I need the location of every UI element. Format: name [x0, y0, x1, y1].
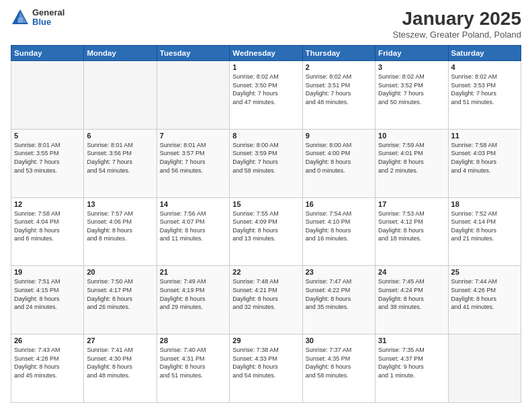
header-thursday: Thursday	[302, 46, 375, 61]
calendar-cell: 12Sunrise: 7:58 AM Sunset: 4:04 PM Dayli…	[11, 197, 84, 266]
calendar-cell: 16Sunrise: 7:54 AM Sunset: 4:10 PM Dayli…	[302, 197, 375, 266]
day-number: 20	[87, 268, 153, 276]
calendar-cell: 8Sunrise: 8:00 AM Sunset: 3:59 PM Daylig…	[230, 129, 302, 197]
day-info: Sunrise: 7:45 AM Sunset: 4:24 PM Dayligh…	[378, 277, 445, 311]
calendar-cell: 13Sunrise: 7:57 AM Sunset: 4:06 PM Dayli…	[84, 197, 157, 266]
header-wednesday: Wednesday	[230, 46, 302, 61]
calendar-cell: 27Sunrise: 7:41 AM Sunset: 4:30 PM Dayli…	[84, 334, 157, 403]
logo-text: General Blue	[32, 8, 64, 28]
day-number: 17	[378, 200, 445, 208]
day-info: Sunrise: 8:01 AM Sunset: 3:57 PM Dayligh…	[160, 141, 226, 175]
day-info: Sunrise: 7:56 AM Sunset: 4:07 PM Dayligh…	[160, 210, 226, 243]
day-number: 28	[160, 336, 226, 345]
calendar-subtitle: Steszew, Greater Poland, Poland	[392, 30, 521, 40]
calendar-cell	[84, 61, 157, 130]
day-info: Sunrise: 7:37 AM Sunset: 4:35 PM Dayligh…	[306, 346, 372, 379]
page: General Blue January 2025 Steszew, Great…	[0, 0, 532, 411]
day-number: 23	[306, 268, 372, 276]
day-number: 9	[306, 132, 372, 140]
day-number: 29	[232, 336, 299, 345]
calendar-cell: 4Sunrise: 8:02 AM Sunset: 3:53 PM Daylig…	[448, 61, 521, 130]
day-info: Sunrise: 8:02 AM Sunset: 3:51 PM Dayligh…	[306, 73, 372, 106]
calendar-cell: 17Sunrise: 7:53 AM Sunset: 4:12 PM Dayli…	[375, 197, 448, 266]
day-info: Sunrise: 8:02 AM Sunset: 3:53 PM Dayligh…	[451, 73, 518, 106]
day-info: Sunrise: 7:54 AM Sunset: 4:10 PM Dayligh…	[306, 210, 372, 243]
day-number: 7	[160, 132, 226, 140]
day-info: Sunrise: 7:48 AM Sunset: 4:21 PM Dayligh…	[232, 277, 299, 311]
day-number: 18	[451, 200, 518, 208]
day-info: Sunrise: 7:40 AM Sunset: 4:31 PM Dayligh…	[160, 346, 226, 379]
calendar-cell: 28Sunrise: 7:40 AM Sunset: 4:31 PM Dayli…	[157, 334, 229, 403]
day-info: Sunrise: 7:57 AM Sunset: 4:06 PM Dayligh…	[87, 210, 153, 243]
calendar-week-3: 19Sunrise: 7:51 AM Sunset: 4:15 PM Dayli…	[11, 266, 521, 334]
day-number: 4	[451, 63, 518, 71]
day-number: 2	[306, 63, 372, 71]
day-number: 1	[232, 63, 299, 71]
day-number: 15	[232, 200, 299, 208]
svg-rect-2	[17, 17, 23, 23]
header-tuesday: Tuesday	[157, 46, 229, 61]
calendar-cell	[11, 61, 84, 130]
day-info: Sunrise: 7:38 AM Sunset: 4:33 PM Dayligh…	[232, 346, 299, 379]
calendar-cell: 2Sunrise: 8:02 AM Sunset: 3:51 PM Daylig…	[302, 61, 375, 130]
logo-general: General	[32, 8, 64, 17]
day-info: Sunrise: 7:59 AM Sunset: 4:01 PM Dayligh…	[378, 141, 445, 175]
calendar-week-0: 1Sunrise: 8:02 AM Sunset: 3:50 PM Daylig…	[11, 61, 521, 130]
day-number: 24	[378, 268, 445, 276]
calendar-cell	[448, 334, 521, 403]
calendar-cell: 29Sunrise: 7:38 AM Sunset: 4:33 PM Dayli…	[230, 334, 302, 403]
calendar-cell: 24Sunrise: 7:45 AM Sunset: 4:24 PM Dayli…	[375, 266, 448, 334]
calendar-cell: 6Sunrise: 8:01 AM Sunset: 3:56 PM Daylig…	[84, 129, 157, 197]
calendar-title: January 2025	[392, 8, 521, 30]
day-info: Sunrise: 8:01 AM Sunset: 3:55 PM Dayligh…	[14, 141, 81, 175]
title-block: January 2025 Steszew, Greater Poland, Po…	[392, 8, 521, 40]
calendar-cell: 11Sunrise: 7:58 AM Sunset: 4:03 PM Dayli…	[448, 129, 521, 197]
day-number: 26	[14, 336, 81, 345]
calendar-cell: 18Sunrise: 7:52 AM Sunset: 4:14 PM Dayli…	[448, 197, 521, 266]
day-number: 5	[14, 132, 81, 140]
day-number: 25	[451, 268, 518, 276]
calendar-cell: 21Sunrise: 7:49 AM Sunset: 4:19 PM Dayli…	[157, 266, 229, 334]
day-info: Sunrise: 7:44 AM Sunset: 4:26 PM Dayligh…	[451, 277, 518, 311]
calendar-cell: 5Sunrise: 8:01 AM Sunset: 3:55 PM Daylig…	[11, 129, 84, 197]
day-number: 10	[378, 132, 445, 140]
calendar-cell: 1Sunrise: 8:02 AM Sunset: 3:50 PM Daylig…	[230, 61, 302, 130]
day-number: 11	[451, 132, 518, 140]
day-info: Sunrise: 7:43 AM Sunset: 4:28 PM Dayligh…	[14, 346, 81, 379]
calendar-cell: 14Sunrise: 7:56 AM Sunset: 4:07 PM Dayli…	[157, 197, 229, 266]
logo: General Blue	[11, 8, 64, 28]
header-friday: Friday	[375, 46, 448, 61]
calendar-week-2: 12Sunrise: 7:58 AM Sunset: 4:04 PM Dayli…	[11, 197, 521, 266]
day-number: 22	[232, 268, 299, 276]
header: General Blue January 2025 Steszew, Great…	[11, 8, 521, 40]
day-info: Sunrise: 7:35 AM Sunset: 4:37 PM Dayligh…	[378, 346, 445, 379]
header-sunday: Sunday	[11, 46, 84, 61]
header-monday: Monday	[84, 46, 157, 61]
day-number: 21	[160, 268, 226, 276]
day-number: 13	[87, 200, 153, 208]
day-number: 12	[14, 200, 81, 208]
calendar-cell: 20Sunrise: 7:50 AM Sunset: 4:17 PM Dayli…	[84, 266, 157, 334]
day-info: Sunrise: 8:02 AM Sunset: 3:52 PM Dayligh…	[378, 73, 445, 106]
day-info: Sunrise: 8:02 AM Sunset: 3:50 PM Dayligh…	[232, 73, 299, 106]
day-info: Sunrise: 7:41 AM Sunset: 4:30 PM Dayligh…	[87, 346, 153, 379]
header-saturday: Saturday	[448, 46, 521, 61]
calendar-cell: 31Sunrise: 7:35 AM Sunset: 4:37 PM Dayli…	[375, 334, 448, 403]
logo-icon	[11, 8, 30, 27]
calendar-cell: 30Sunrise: 7:37 AM Sunset: 4:35 PM Dayli…	[302, 334, 375, 403]
calendar-cell: 25Sunrise: 7:44 AM Sunset: 4:26 PM Dayli…	[448, 266, 521, 334]
day-info: Sunrise: 7:49 AM Sunset: 4:19 PM Dayligh…	[160, 277, 226, 311]
calendar-cell: 15Sunrise: 7:55 AM Sunset: 4:09 PM Dayli…	[230, 197, 302, 266]
calendar-table: Sunday Monday Tuesday Wednesday Thursday…	[11, 45, 521, 403]
calendar-cell: 23Sunrise: 7:47 AM Sunset: 4:22 PM Dayli…	[302, 266, 375, 334]
day-number: 8	[232, 132, 299, 140]
day-info: Sunrise: 7:50 AM Sunset: 4:17 PM Dayligh…	[87, 277, 153, 311]
day-number: 31	[378, 336, 445, 345]
calendar-cell: 26Sunrise: 7:43 AM Sunset: 4:28 PM Dayli…	[11, 334, 84, 403]
calendar-cell: 22Sunrise: 7:48 AM Sunset: 4:21 PM Dayli…	[230, 266, 302, 334]
day-info: Sunrise: 7:55 AM Sunset: 4:09 PM Dayligh…	[232, 210, 299, 243]
calendar-cell: 19Sunrise: 7:51 AM Sunset: 4:15 PM Dayli…	[11, 266, 84, 334]
day-info: Sunrise: 7:52 AM Sunset: 4:14 PM Dayligh…	[451, 210, 518, 243]
day-info: Sunrise: 7:51 AM Sunset: 4:15 PM Dayligh…	[14, 277, 81, 311]
day-info: Sunrise: 7:47 AM Sunset: 4:22 PM Dayligh…	[306, 277, 372, 311]
